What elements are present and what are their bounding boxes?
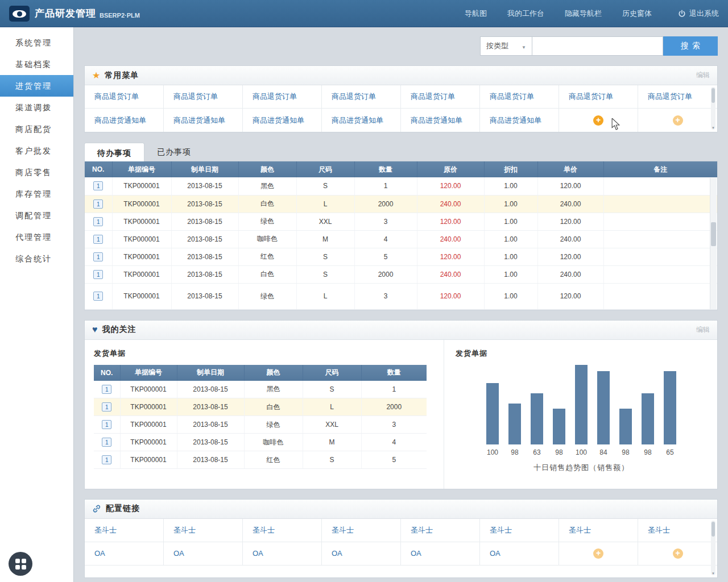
row-number-badge[interactable]: 1 <box>102 402 111 411</box>
link-item[interactable]: 圣斗士 <box>401 519 480 542</box>
scroll-down-arrow-icon[interactable]: ▼ <box>712 572 715 575</box>
tasks-scrollbar[interactable] <box>710 178 717 309</box>
sidebar-item-inventory[interactable]: 库存管理 <box>0 183 73 205</box>
tab-done[interactable]: 已办事项 <box>144 142 204 161</box>
link-item[interactable]: 圣斗士 <box>85 519 164 542</box>
scrollbar-thumb[interactable] <box>712 522 715 537</box>
link-item[interactable]: OA <box>243 542 322 566</box>
favorites-table-title: 发货单据 <box>94 348 435 359</box>
column-header-note: 备注 <box>603 161 717 177</box>
cell-qty: 3 <box>361 416 427 434</box>
quick-menu-item[interactable]: 商品进货通知单 <box>480 109 559 132</box>
nav-history-windows[interactable]: 历史窗体 <box>622 9 652 19</box>
link-item[interactable]: 圣斗士 <box>164 519 243 542</box>
quick-menu-scrollbar[interactable]: ▼ <box>711 87 715 130</box>
plus-icon[interactable] <box>673 548 683 559</box>
plus-icon[interactable] <box>593 115 603 126</box>
scrollbar-thumb[interactable] <box>712 88 715 103</box>
nav-hide-navbar[interactable]: 隐藏导航栏 <box>565 9 602 19</box>
search-input[interactable] <box>532 36 663 56</box>
app-grid-button[interactable] <box>9 552 32 576</box>
sidebar-item-store-retail[interactable]: 商店零售 <box>0 161 73 183</box>
cell-unit-price: 120.00 <box>537 248 603 265</box>
chart-bar-label: 100 <box>576 448 587 456</box>
cell-code: TKP000001 <box>112 177 171 195</box>
quick-menu-item[interactable]: 商品退货订单 <box>85 85 164 109</box>
cell-size: S <box>303 381 361 398</box>
sidebar-item-system[interactable]: 系统管理 <box>0 32 73 53</box>
cell-discount: 1.00 <box>484 213 537 230</box>
link-item[interactable]: OA <box>401 542 480 566</box>
cell-qty: 2000 <box>354 265 417 283</box>
quick-menu-item[interactable]: 商品进货通知单 <box>85 109 164 132</box>
row-number-badge[interactable]: 1 <box>93 217 103 226</box>
table-row: 1 TKP000001 2013-08-15 黑色 S 1 <box>94 381 427 398</box>
row-number-badge[interactable]: 1 <box>93 199 103 209</box>
logout-button[interactable]: 退出系统 <box>678 9 719 19</box>
row-number-badge[interactable]: 1 <box>102 385 111 394</box>
link-item[interactable]: 圣斗士 <box>243 519 322 542</box>
quick-menu-item[interactable]: 商品退货订单 <box>164 85 243 109</box>
plus-icon[interactable] <box>593 548 603 559</box>
search-type-select[interactable]: 按类型 <box>480 36 532 56</box>
quick-menu-item[interactable]: 商品退货订单 <box>480 85 559 109</box>
link-item[interactable]: OA <box>164 542 243 566</box>
quick-menu-edit-button[interactable]: 编辑 <box>696 70 710 80</box>
tab-todo[interactable]: 待办事项 <box>84 143 144 161</box>
quick-menu-item[interactable]: 商品退货订单 <box>638 85 717 109</box>
row-number-badge[interactable]: 1 <box>93 181 103 190</box>
link-item[interactable]: OA <box>85 542 164 566</box>
quick-menu-item[interactable]: 商品退货订单 <box>401 85 480 109</box>
cell-date: 2013-08-15 <box>177 381 244 398</box>
row-number-badge[interactable]: 1 <box>93 235 103 244</box>
scrollbar-thumb[interactable] <box>711 222 716 246</box>
quick-menu-item[interactable]: 商品退货订单 <box>243 85 322 109</box>
chart-bar-label: 98 <box>644 448 651 456</box>
cell-size: S <box>303 451 361 469</box>
link-icon <box>92 504 101 513</box>
cell-color: 白色 <box>238 265 296 283</box>
favorites-edit-button[interactable]: 编辑 <box>696 325 710 335</box>
links-scrollbar[interactable]: ▼ <box>711 521 715 575</box>
quick-menu-item[interactable]: 商品进货通知单 <box>164 109 243 132</box>
link-item[interactable]: 圣斗士 <box>480 519 559 542</box>
sidebar-item-agency[interactable]: 代理管理 <box>0 226 73 248</box>
quick-menu-item[interactable]: 商品退货订单 <box>559 85 638 109</box>
scroll-down-arrow-icon[interactable]: ▼ <box>712 126 715 130</box>
links-panel: 配置链接 圣斗士 圣斗士 圣斗士 圣斗士 圣斗士 圣斗士 圣斗士 圣斗士 OA … <box>84 499 718 578</box>
row-number-badge[interactable]: 1 <box>93 270 103 279</box>
link-item[interactable]: 圣斗士 <box>322 519 401 542</box>
link-item[interactable]: OA <box>322 542 401 566</box>
search-button[interactable]: 搜索 <box>663 36 718 56</box>
table-row: 1 TKP000001 2013-08-15 绿色 L 3 120.00 1.0… <box>85 283 717 309</box>
row-number-badge[interactable]: 1 <box>102 420 111 429</box>
sidebar-item-customer-wholesale[interactable]: 客户批发 <box>0 140 73 161</box>
sidebar-item-purchase[interactable]: 进货管理 <box>0 75 73 97</box>
link-item[interactable]: 圣斗士 <box>559 519 638 542</box>
row-number-badge[interactable]: 1 <box>102 455 111 464</box>
nav-my-workbench[interactable]: 我的工作台 <box>507 9 544 19</box>
quick-menu-item[interactable]: 商品进货通知单 <box>322 109 401 132</box>
row-number-badge[interactable]: 1 <box>102 438 111 447</box>
quick-menu-item[interactable]: 商品进货通知单 <box>243 109 322 132</box>
quick-menu-item[interactable]: 商品进货通知单 <box>401 109 480 132</box>
quick-menu-item[interactable]: 商品退货订单 <box>322 85 401 109</box>
row-number-badge[interactable]: 1 <box>93 292 103 301</box>
sidebar-item-allocation[interactable]: 调配管理 <box>0 205 73 226</box>
cell-date: 2013-08-15 <box>171 248 238 265</box>
cell-unit-price: 240.00 <box>537 265 603 283</box>
plus-icon[interactable] <box>673 115 683 126</box>
row-number-badge[interactable]: 1 <box>93 252 103 261</box>
chart-bar-col: 98 <box>548 365 570 456</box>
favorites-body: 发货单据 NO. 单据编号 制单日期 颜色 尺码 数量 1 TKP0 <box>85 340 717 489</box>
sidebar-item-statistics[interactable]: 综合统计 <box>0 248 73 269</box>
cell-code: TKP000001 <box>112 230 171 248</box>
link-item[interactable]: 圣斗士 <box>638 519 717 542</box>
sidebar-item-basic-archives[interactable]: 基础档案 <box>0 53 73 75</box>
links-add-cell <box>638 542 717 566</box>
sidebar-item-store-distribution[interactable]: 商店配货 <box>0 118 73 140</box>
link-item[interactable]: OA <box>480 542 559 566</box>
sidebar-item-channel-transfer[interactable]: 渠道调拨 <box>0 97 73 118</box>
cell-price: 240.00 <box>417 265 484 283</box>
nav-navigation-map[interactable]: 导航图 <box>465 9 487 19</box>
